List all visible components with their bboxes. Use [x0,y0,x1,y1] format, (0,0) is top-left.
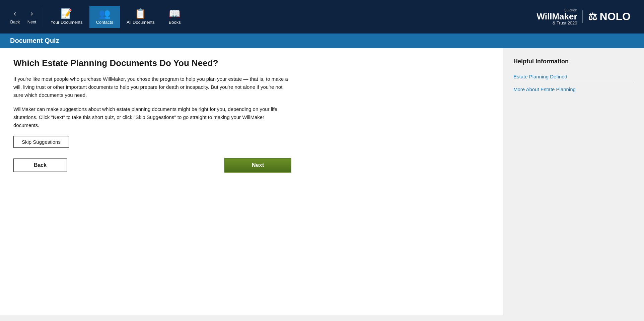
willmaker-brand: Quicken WillMaker & Trust 2020 [536,8,577,25]
page-title: Document Quiz [10,37,59,44]
your-documents-label: Your Documents [51,20,83,25]
contacts-icon: 👥 [99,9,111,18]
all-documents-label: All Documents [127,20,155,25]
main-title: Which Estate Planning Documents Do You N… [13,58,490,68]
back-nav-label: Back [10,19,20,24]
right-panel: Helpful Information Estate Planning Defi… [503,48,644,315]
willmaker-label: WillMaker [536,12,577,21]
nav-item-your-documents[interactable]: 📝 Your Documents [44,6,89,28]
all-documents-icon: 📋 [135,9,146,18]
nav-item-all-documents[interactable]: 📋 All Documents [120,6,161,28]
skip-suggestions-button[interactable]: Skip Suggestions [13,136,69,148]
forward-nav-label: Next [27,19,37,24]
estate-planning-defined-link[interactable]: Estate Planning Defined [513,70,634,83]
nav-item-contacts[interactable]: 👥 Contacts [89,6,120,28]
main-body-text: If you're like most people who purchase … [13,75,291,129]
top-navigation: ‹ Back › Next 📝 Your Documents 👥 Contact… [0,0,644,34]
paragraph-1: If you're like most people who purchase … [13,75,291,99]
nav-divider-1 [42,7,42,27]
left-panel: Which Estate Planning Documents Do You N… [0,48,503,315]
nav-item-books[interactable]: 📖 Books [161,6,188,28]
page-header: Document Quiz [0,34,644,48]
books-icon: 📖 [169,9,181,18]
main-content: Which Estate Planning Documents Do You N… [0,48,644,315]
skip-suggestions-area: Skip Suggestions [13,136,490,148]
bottom-nav-buttons: Back Next [13,158,291,173]
brand-logo: Quicken WillMaker & Trust 2020 ⚖ NOLO [536,8,631,25]
next-button[interactable]: Next [224,158,291,173]
more-about-estate-planning-link[interactable]: More About Estate Planning [513,83,634,95]
forward-arrow-icon: › [30,9,33,18]
paragraph-2: WillMaker can make suggestions about whi… [13,105,291,129]
nolo-brand: ⚖ NOLO [582,10,631,23]
your-documents-icon: 📝 [61,9,72,18]
scales-icon: ⚖ [588,11,597,22]
back-nav-button[interactable]: ‹ Back [7,6,23,28]
trust-label: & Trust 2020 [553,21,577,25]
contacts-label: Contacts [96,20,113,25]
back-arrow-icon: ‹ [14,9,16,18]
helpful-information-title: Helpful Information [513,58,634,65]
back-button[interactable]: Back [13,158,67,172]
nolo-label: NOLO [600,10,631,23]
books-label: Books [169,20,181,25]
forward-nav-button[interactable]: › Next [23,6,40,28]
